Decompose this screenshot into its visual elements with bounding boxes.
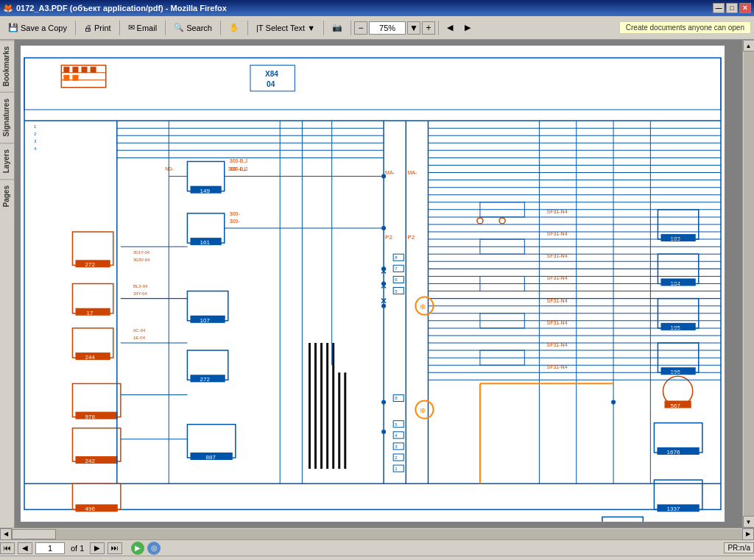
svg-point-154 xyxy=(611,400,616,404)
svg-text:P2: P2 xyxy=(407,234,415,241)
svg-text:244: 244 xyxy=(85,354,96,361)
svg-rect-6 xyxy=(63,67,69,73)
pages-tab[interactable]: Pages xyxy=(0,179,14,213)
svg-text:04: 04 xyxy=(267,80,275,88)
svg-text:P2: P2 xyxy=(385,234,392,241)
svg-point-148 xyxy=(381,226,386,230)
h-scroll-track[interactable] xyxy=(12,529,742,539)
zoom-control: − 75% ▼ + xyxy=(354,21,435,35)
forward-button[interactable]: ▶ xyxy=(459,19,476,37)
page-navigation: ⏮ ◀ of 1 ▶ ⏭ ▶ ◎ PR:n/a xyxy=(0,539,754,556)
pr-status: PR:n/a xyxy=(724,542,754,553)
save-icon: 💾 xyxy=(8,23,18,32)
title-bar: 🦊 0172_A3.PDF (объект application/pdf) -… xyxy=(0,0,754,16)
camera-icon: 📷 xyxy=(332,23,342,32)
status-bar: Готово ◀ 16,54 x 11,69 in xyxy=(0,556,754,560)
svg-text:SF31-N4: SF31-N4 xyxy=(546,364,567,369)
svg-text:303V-04: 303V-04 xyxy=(133,258,150,262)
svg-text:496: 496 xyxy=(85,506,96,512)
scroll-track[interactable] xyxy=(744,52,754,516)
layers-tab[interactable]: Layers xyxy=(0,143,14,179)
toolbar-separator-5 xyxy=(247,21,248,35)
svg-rect-7 xyxy=(72,67,78,73)
svg-text:SF31-N4: SF31-N4 xyxy=(546,209,567,214)
svg-text:300-: 300- xyxy=(230,211,241,216)
svg-text:SF31-N4: SF31-N4 xyxy=(546,298,567,303)
prev-page-button[interactable]: ◀ xyxy=(18,542,32,554)
svg-text:300-B,J: 300-B,J xyxy=(230,158,247,163)
svg-text:17: 17 xyxy=(87,310,94,316)
toolbar-separator-4 xyxy=(220,21,221,35)
save-copy-button[interactable]: 💾 Save a Copy xyxy=(3,19,72,37)
svg-rect-56 xyxy=(75,504,117,511)
svg-text:887: 887 xyxy=(206,454,216,461)
toolbar-separator-6 xyxy=(323,21,324,35)
bookmarks-tab[interactable]: Bookmarks xyxy=(0,40,14,92)
hand-icon: ✋ xyxy=(229,23,239,32)
svg-text:1E-04: 1E-04 xyxy=(133,336,146,340)
page-number-input[interactable] xyxy=(35,542,65,554)
scroll-left-button[interactable]: ◀ xyxy=(0,528,12,540)
svg-text:1676: 1676 xyxy=(667,449,680,456)
maximize-button[interactable]: □ xyxy=(726,3,738,13)
close-button[interactable]: ✕ xyxy=(739,3,751,13)
last-page-button[interactable]: ⏭ xyxy=(108,542,122,554)
snapshot-button[interactable]: 📷 xyxy=(327,19,348,37)
browser-icon: 🦊 xyxy=(3,4,13,13)
scroll-down-button[interactable]: ▼ xyxy=(743,516,755,528)
svg-text:SF31-N4: SF31-N4 xyxy=(546,320,567,325)
svg-rect-8 xyxy=(82,67,88,73)
horizontal-scrollbar[interactable]: ◀ ▶ xyxy=(0,528,754,539)
signatures-tab[interactable]: Signatures xyxy=(0,92,14,143)
zoom-dropdown-button[interactable]: ▼ xyxy=(407,21,420,35)
svg-text:272: 272 xyxy=(85,261,96,268)
scroll-right-button[interactable]: ▶ xyxy=(742,528,754,540)
svg-text:N0-: N0- xyxy=(165,166,174,171)
svg-text:BL3-04: BL3-04 xyxy=(133,284,148,288)
svg-point-153 xyxy=(381,430,386,434)
window-title: 0172_A3.PDF (объект application/pdf) - M… xyxy=(16,4,227,13)
right-scrollbar[interactable]: ▲ ▼ xyxy=(742,40,754,528)
svg-text:SF31-N4: SF31-N4 xyxy=(546,253,567,258)
svg-text:34Y-04: 34Y-04 xyxy=(133,291,147,296)
email-icon: ✉ xyxy=(128,23,135,32)
toolbar-separator-7 xyxy=(350,21,351,35)
svg-text:SF31-N4: SF31-N4 xyxy=(546,231,567,236)
svg-text:978: 978 xyxy=(85,414,96,420)
svg-point-151 xyxy=(381,304,386,308)
hand-tool-button[interactable]: ✋ xyxy=(224,19,244,37)
svg-point-152 xyxy=(381,400,386,404)
print-icon: 🖨 xyxy=(84,24,92,32)
text-cursor-icon: |T xyxy=(256,24,264,32)
svg-text:SF31-N4: SF31-N4 xyxy=(546,275,567,280)
svg-text:MA-: MA- xyxy=(385,170,395,175)
zoom-in-button[interactable]: + xyxy=(422,21,435,35)
next-page-button[interactable]: ▶ xyxy=(90,542,105,554)
print-button[interactable]: 🖨 Print xyxy=(79,19,116,37)
svg-text:107: 107 xyxy=(200,317,211,324)
info-button[interactable]: ◎ xyxy=(147,542,161,555)
email-button[interactable]: ✉ Email xyxy=(123,19,163,37)
svg-rect-9 xyxy=(91,67,96,73)
back-button[interactable]: ◀ xyxy=(442,19,458,37)
zoom-level-display: 75% xyxy=(369,21,406,35)
pdf-page: X84 04 149 N0- 300 -B,J xyxy=(21,46,725,522)
svg-text:161: 161 xyxy=(200,239,211,246)
select-text-button[interactable]: |T Select Text ▼ xyxy=(251,19,320,37)
svg-text:SF31-N4: SF31-N4 xyxy=(546,342,567,347)
svg-text:242: 242 xyxy=(85,458,96,464)
toolbar-separator-2 xyxy=(119,21,120,35)
svg-rect-50 xyxy=(75,456,117,464)
h-scroll-thumb[interactable] xyxy=(12,529,56,539)
wiring-diagram: X84 04 149 N0- 300 -B,J xyxy=(21,46,725,522)
first-page-button[interactable]: ⏮ xyxy=(0,542,15,554)
svg-text:567: 567 xyxy=(671,403,681,409)
pdf-area[interactable]: X84 04 149 N0- 300 -B,J xyxy=(15,40,742,528)
svg-text:0C-04: 0C-04 xyxy=(133,328,146,333)
zoom-out-button[interactable]: − xyxy=(354,21,367,35)
scroll-up-button[interactable]: ▲ xyxy=(743,40,755,52)
play-button[interactable]: ▶ xyxy=(131,542,144,555)
toolbar-separator-8 xyxy=(438,21,439,35)
minimize-button[interactable]: — xyxy=(713,3,725,13)
search-button[interactable]: 🔍 Search xyxy=(169,19,217,37)
